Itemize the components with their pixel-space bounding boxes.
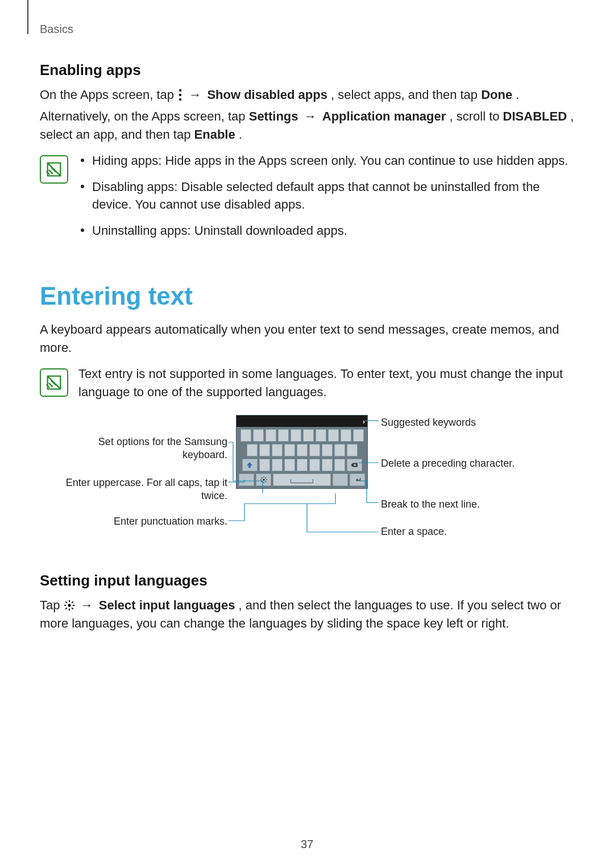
text-bold: Application manager bbox=[322, 109, 446, 123]
callout-nextline: Break to the next line. bbox=[381, 498, 480, 511]
list-item: Uninstalling apps: Uninstall downloaded … bbox=[78, 222, 574, 240]
backspace-key-icon bbox=[347, 459, 362, 471]
settings-key-icon bbox=[256, 474, 271, 486]
text-bold: Settings bbox=[249, 109, 298, 123]
callout-uppercase: Enter uppercase. For all caps, tap it tw… bbox=[57, 476, 227, 503]
note-bullet-list: Hiding apps: Hide apps in the Apps scree… bbox=[78, 152, 574, 240]
gear-icon bbox=[64, 600, 75, 611]
svg-line-24 bbox=[72, 601, 73, 603]
symbol-key bbox=[239, 474, 254, 486]
text-bold: Enable bbox=[194, 127, 235, 142]
text: On the Apps screen, tap bbox=[40, 88, 177, 102]
text-bold: DISABLED bbox=[503, 109, 567, 123]
keyboard-row bbox=[237, 444, 367, 456]
note-text: Text entry is not supported in some lang… bbox=[78, 365, 574, 401]
list-item: Hiding apps: Hide apps in the Apps scree… bbox=[78, 152, 574, 170]
period-key bbox=[333, 474, 348, 486]
svg-line-22 bbox=[72, 608, 73, 609]
note-icon bbox=[40, 368, 68, 397]
suggestion-bar: › bbox=[237, 416, 367, 427]
list-item: Disabling apps: Disable selected default… bbox=[78, 178, 574, 214]
svg-line-7 bbox=[261, 481, 262, 482]
keyboard-row bbox=[237, 459, 367, 471]
keyboard-row bbox=[237, 474, 367, 486]
entering-para-1: A keyboard appears automatically when yo… bbox=[40, 321, 574, 357]
keyboard-row bbox=[237, 429, 367, 442]
callout-suggested: Suggested keywords bbox=[381, 416, 476, 429]
heading-enabling-apps: Enabling apps bbox=[40, 61, 574, 79]
keyboard-diagram: › bbox=[40, 413, 574, 560]
svg-line-5 bbox=[261, 477, 262, 479]
svg-line-8 bbox=[265, 477, 266, 479]
note-icon bbox=[40, 155, 68, 184]
chevron-right-icon: › bbox=[363, 417, 365, 426]
svg-point-16 bbox=[68, 604, 70, 607]
note-entering: Text entry is not supported in some lang… bbox=[40, 365, 574, 401]
svg-line-23 bbox=[65, 608, 67, 609]
callout-delete: Delete a preceding character. bbox=[381, 457, 515, 470]
text: . bbox=[239, 127, 242, 142]
breadcrumb: Basics bbox=[40, 23, 574, 36]
heading-entering-text: Entering text bbox=[40, 282, 574, 310]
page-number: 37 bbox=[0, 838, 614, 851]
note-enabling: Hiding apps: Hide apps in the Apps scree… bbox=[40, 152, 574, 248]
callout-space: Enter a space. bbox=[381, 525, 447, 538]
svg-line-6 bbox=[265, 481, 266, 482]
header-rule bbox=[27, 0, 28, 34]
enabling-para-2: Alternatively, on the Apps screen, tap S… bbox=[40, 107, 574, 144]
return-key-icon bbox=[350, 474, 365, 486]
langs-para: Tap → Select input languages , and then … bbox=[40, 596, 574, 633]
callout-punctuation: Enter punctuation marks. bbox=[97, 515, 227, 528]
enabling-para-1: On the Apps screen, tap → Show disabled … bbox=[40, 86, 574, 104]
svg-point-0 bbox=[263, 479, 265, 481]
heading-setting-input-languages: Setting input languages bbox=[40, 572, 574, 589]
text-bold: Select input languages bbox=[99, 598, 235, 612]
shift-key-icon bbox=[242, 459, 258, 471]
text: . bbox=[516, 88, 519, 102]
callout-set-options: Set options for the Samsung keyboard. bbox=[57, 435, 227, 462]
text: , select apps, and then tap bbox=[331, 88, 481, 102]
manual-page: Basics Enabling apps On the Apps screen,… bbox=[0, 0, 614, 868]
arrow-icon: → bbox=[81, 598, 97, 612]
text-bold: Done bbox=[481, 88, 512, 102]
arrow-icon: → bbox=[189, 88, 205, 102]
text: Alternatively, on the Apps screen, tap bbox=[40, 109, 249, 123]
keyboard-illustration: › bbox=[236, 415, 368, 489]
more-options-icon bbox=[179, 89, 182, 101]
space-key bbox=[273, 474, 331, 486]
svg-line-21 bbox=[65, 601, 67, 603]
text: , scroll to bbox=[449, 109, 503, 123]
text: Tap bbox=[40, 598, 64, 612]
arrow-icon: → bbox=[304, 109, 320, 123]
text-bold: Show disabled apps bbox=[207, 88, 327, 102]
